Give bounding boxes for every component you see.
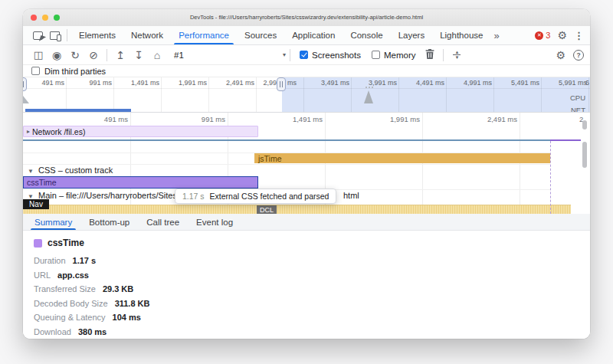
minimize-window-button[interactable] <box>42 15 48 21</box>
title-bar: DevTools - file:///Users/harryroberts/Si… <box>23 9 590 27</box>
overview-tick: 991 ms <box>67 79 112 87</box>
ruler-tick: 991 ms <box>167 115 225 123</box>
main-track-title-tail: html <box>343 191 359 200</box>
css-track-title: CSS – custom track <box>38 166 113 175</box>
overview-tick: 3,491 ms <box>305 79 349 87</box>
jstime-label: jsTime <box>258 154 282 163</box>
session-select[interactable]: #1 ▾ <box>174 51 286 60</box>
ruler-tick: 1,991 ms <box>362 115 420 123</box>
zoom-window-button[interactable] <box>54 15 60 21</box>
scrollbar-thumb[interactable] <box>582 120 587 130</box>
tab-console[interactable]: Console <box>343 26 390 44</box>
main-thread-activity-band[interactable] <box>23 205 571 214</box>
screenshots-label: Screenshots <box>312 51 361 60</box>
home-icon[interactable]: ⌂ <box>148 50 166 61</box>
download-profile-icon[interactable]: ↧ <box>129 50 148 61</box>
overview-tick: 491 ms <box>23 79 64 87</box>
overview-tick: 1,491 ms <box>115 79 159 87</box>
marker-tooltip: 1.17 s External CSS fetched and parsed <box>175 189 336 204</box>
summary-row: Duration1.17 s <box>34 256 579 265</box>
network-request-text: /fil.es) <box>64 127 85 136</box>
dim-third-parties-row: Dim third parties <box>23 65 590 77</box>
summary-row: Queuing & Latency104 ms <box>34 313 579 322</box>
upload-profile-icon[interactable]: ↥ <box>111 50 129 61</box>
css-custom-track-header[interactable]: ▼ CSS – custom track <box>28 166 113 175</box>
capture-settings-icon[interactable]: ⚙ <box>556 49 565 61</box>
window-title: DevTools - file:///Users/harryroberts/Si… <box>23 9 590 26</box>
more-tabs-chevron-icon[interactable]: » <box>490 30 502 41</box>
timeline-overview[interactable]: 491 ms 991 ms 1,491 ms 1,991 ms 2,491 ms… <box>23 77 590 113</box>
details-tab-bar: Summary Bottom-up Call tree Event log <box>23 214 590 231</box>
error-badge[interactable]: ✕ 3 <box>535 31 550 40</box>
summary-row: URLapp.css <box>34 271 579 280</box>
disclosure-closed-icon[interactable]: ▸ <box>27 128 30 135</box>
overview-tick: 5,991 ms <box>543 79 587 87</box>
record-button[interactable]: ◉ <box>48 50 66 61</box>
overview-cpu-activity <box>23 96 29 103</box>
error-count: 3 <box>546 31 550 40</box>
close-window-button[interactable] <box>31 15 37 21</box>
timeline-detail[interactable]: 491 ms 991 ms 1,491 ms 1,991 ms 2,491 ms… <box>23 113 590 214</box>
jstime-marker-bar[interactable]: jsTime <box>254 153 550 163</box>
dcl-marker-badge: DCL <box>257 205 277 214</box>
overview-cpu-label: CPU <box>570 93 585 102</box>
summary-title: cssTime <box>48 238 84 248</box>
dim-third-parties-checkbox[interactable] <box>31 67 40 75</box>
reload-and-record-button[interactable]: ↻ <box>66 50 84 61</box>
tab-lighthouse[interactable]: Lighthouse <box>432 26 490 44</box>
memory-checkbox[interactable] <box>372 51 380 59</box>
kebab-menu-icon[interactable]: ⋮ <box>574 30 584 41</box>
chevron-down-icon: ▾ <box>283 51 286 58</box>
memory-toggle[interactable]: Memory <box>372 51 416 60</box>
session-select-value: #1 <box>174 51 184 60</box>
settings-icon[interactable]: ⚙ <box>557 29 567 41</box>
overview-tick-clipped: ms <box>287 79 300 87</box>
tooltip-duration: 1.17 s <box>182 192 205 201</box>
memory-label: Memory <box>384 51 416 60</box>
collapse-tracks-icon[interactable]: ▲▼ <box>447 51 466 60</box>
garbage-collect-icon[interactable] <box>421 49 439 61</box>
tab-sources[interactable]: Sources <box>237 26 284 44</box>
error-icon: ✕ <box>535 31 543 40</box>
overview-left-handle[interactable] <box>23 77 27 91</box>
screenshots-checkbox[interactable] <box>300 51 308 59</box>
ruler-tick: 2,491 ms <box>459 115 517 123</box>
tab-bottom-up[interactable]: Bottom-up <box>80 214 138 230</box>
performance-toolbar: ◫ ◉ ↻ ⊘ ↥ ↧ ⌂ #1 ▾ Screenshots Memory ▲▼… <box>23 45 590 65</box>
overview-tick-edge: 6 <box>585 79 590 87</box>
tab-summary[interactable]: Summary <box>26 214 80 230</box>
screenshots-toggle[interactable]: Screenshots <box>300 51 361 60</box>
tab-network[interactable]: Network <box>123 26 171 44</box>
device-toolbar-icon[interactable] <box>46 28 63 43</box>
overview-net-label: NET <box>571 106 585 113</box>
tooltip-text: External CSS fetched and parsed <box>210 192 329 201</box>
overview-tick: 1,991 ms <box>162 79 207 87</box>
disclosure-open-icon[interactable]: ▼ <box>28 168 34 175</box>
divider <box>67 29 67 41</box>
overview-tick: 3,991 ms <box>352 79 397 87</box>
tab-application[interactable]: Application <box>284 26 343 44</box>
tab-event-log[interactable]: Event log <box>188 214 241 230</box>
csstime-label: cssTime <box>27 178 57 187</box>
nav-badge: Nav <box>23 199 49 209</box>
scrollbar-thumb[interactable] <box>582 142 587 168</box>
overview-right-handle[interactable] <box>277 77 286 91</box>
tab-elements[interactable]: Elements <box>71 26 123 44</box>
summary-pane: cssTime Duration1.17 s URLapp.css Transf… <box>23 231 590 339</box>
tab-call-tree[interactable]: Call tree <box>138 214 188 230</box>
csstime-marker-bar-selected[interactable]: cssTime <box>23 176 258 189</box>
divider <box>290 49 290 61</box>
inspect-element-icon[interactable] <box>29 28 46 43</box>
toggle-sidebar-icon[interactable]: ◫ <box>29 50 48 60</box>
traffic-lights <box>31 15 60 21</box>
dim-third-parties-label: Dim third parties <box>44 67 106 76</box>
overview-tick: 5,491 ms <box>495 79 539 87</box>
summary-row: Download380 ms <box>34 327 579 336</box>
tab-layers[interactable]: Layers <box>391 26 433 44</box>
clear-button[interactable]: ⊘ <box>84 50 103 61</box>
main-track-header[interactable]: ▼ Main – file:///Users/harryroberts/Site… <box>28 191 192 200</box>
tab-performance[interactable]: Performance <box>171 26 237 44</box>
csstime-color-swatch <box>34 239 42 248</box>
help-icon[interactable]: ? <box>573 50 584 61</box>
network-track-bar[interactable]: ▸ Network /fil.es) <box>23 126 258 137</box>
